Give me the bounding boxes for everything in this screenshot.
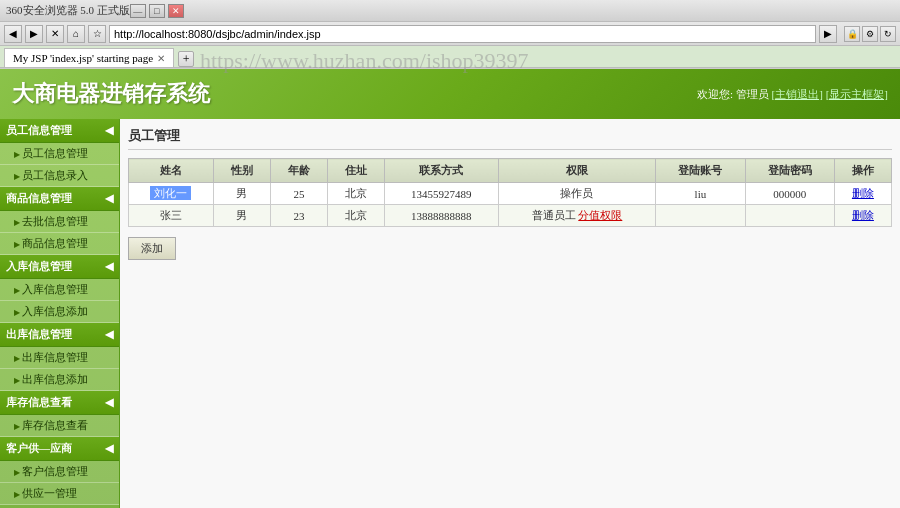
cell-address-1: 北京: [328, 183, 385, 205]
tab-bar: My JSP 'index.jsp' starting page ✕ +: [0, 46, 900, 68]
window-controls: — □ ✕: [130, 4, 184, 18]
sidebar-item-supplier-manage[interactable]: 供应一管理: [0, 483, 119, 505]
staff-table: 姓名 性别 年龄 住址 联系方式 权限 登陆账号 登陆密码 操作 刘化一: [128, 158, 892, 227]
add-staff-button[interactable]: 添加: [128, 237, 176, 260]
sidebar-item-staff-add[interactable]: 员工信息录入: [0, 165, 119, 187]
cell-password-1: 000000: [745, 183, 834, 205]
sidebar-section-warehouse-out: 出库信息管理 ◀ 出库信息管理 出库信息添加: [0, 323, 119, 391]
security-icon: 🔒: [844, 26, 860, 42]
cell-age-1: 25: [270, 183, 327, 205]
cell-account-1: liu: [656, 183, 745, 205]
col-password: 登陆密码: [745, 159, 834, 183]
sidebar-header-staff-label: 员工信息管理: [6, 123, 72, 138]
sidebar-item-inventory-view[interactable]: 库存信息查看: [0, 415, 119, 437]
sidebar-header-client-icon: ◀: [105, 442, 113, 455]
col-role: 权限: [498, 159, 656, 183]
main-layout: 员工信息管理 ◀ 员工信息管理 员工信息录入 商品信息管理 ◀ 去批信息管理 商…: [0, 119, 900, 508]
minimize-button[interactable]: —: [130, 4, 146, 18]
col-action: 操作: [834, 159, 891, 183]
sidebar-header-warehouse-in-icon: ◀: [105, 260, 113, 273]
cell-account-2: [656, 205, 745, 227]
sidebar-header-client-label: 客户供—应商: [6, 441, 72, 456]
delete-link-2[interactable]: 删除: [852, 209, 874, 221]
browser-title: 360安全浏览器 5.0 正式版: [6, 3, 130, 18]
col-gender: 性别: [213, 159, 270, 183]
sidebar-header-staff[interactable]: 员工信息管理 ◀: [0, 119, 119, 143]
sidebar-item-category[interactable]: 去批信息管理: [0, 211, 119, 233]
col-address: 住址: [328, 159, 385, 183]
refresh-button[interactable]: ↻: [880, 26, 896, 42]
cell-action-2[interactable]: 删除: [834, 205, 891, 227]
col-phone: 联系方式: [385, 159, 498, 183]
show-main-link[interactable]: [显示主框架]: [826, 88, 888, 100]
cell-phone-1: 13455927489: [385, 183, 498, 205]
sidebar-header-staff-icon: ◀: [105, 124, 113, 137]
sidebar-header-warehouse-out-icon: ◀: [105, 328, 113, 341]
stop-button[interactable]: ✕: [46, 25, 64, 43]
forward-button[interactable]: ▶: [25, 25, 43, 43]
address-input[interactable]: [109, 25, 816, 43]
sidebar-header-warehouse-in[interactable]: 入库信息管理 ◀: [0, 255, 119, 279]
col-age: 年龄: [270, 159, 327, 183]
sidebar-section-warehouse-in: 入库信息管理 ◀ 入库信息管理 入库信息添加: [0, 255, 119, 323]
sidebar-header-inventory-icon: ◀: [105, 396, 113, 409]
sidebar-item-client-manage[interactable]: 客户信息管理: [0, 461, 119, 483]
sidebar-section-inventory: 库存信息查看 ◀ 库存信息查看: [0, 391, 119, 437]
app-title: 大商电器进销存系统: [12, 79, 210, 109]
sidebar-header-warehouse-out[interactable]: 出库信息管理 ◀: [0, 323, 119, 347]
sidebar-header-inventory-label: 库存信息查看: [6, 395, 72, 410]
delete-link-1[interactable]: 删除: [852, 187, 874, 199]
role-link-2[interactable]: 分值权限: [578, 209, 622, 221]
nav-bar: ◀ ▶ ✕ ⌂ ☆ ▶ 🔒 ⚙ ↻: [0, 22, 900, 46]
sidebar-header-product-icon: ◀: [105, 192, 113, 205]
selected-name-1[interactable]: 刘化一: [150, 186, 191, 200]
sidebar: 员工信息管理 ◀ 员工信息管理 员工信息录入 商品信息管理 ◀ 去批信息管理 商…: [0, 119, 120, 508]
cell-name-2[interactable]: 张三: [129, 205, 214, 227]
cell-name-1[interactable]: 刘化一: [129, 183, 214, 205]
col-account: 登陆账号: [656, 159, 745, 183]
sidebar-item-outbound-manage[interactable]: 出库信息管理: [0, 347, 119, 369]
tab-label: My JSP 'index.jsp' starting page: [13, 52, 153, 64]
back-button[interactable]: ◀: [4, 25, 22, 43]
title-bar: 360安全浏览器 5.0 正式版 — □ ✕: [0, 0, 900, 22]
sidebar-item-product-manage[interactable]: 商品信息管理: [0, 233, 119, 255]
welcome-text: 欢迎您: 管理员: [697, 88, 769, 100]
cell-role-1: 操作员: [498, 183, 656, 205]
sidebar-header-inventory[interactable]: 库存信息查看 ◀: [0, 391, 119, 415]
sidebar-section-product: 商品信息管理 ◀ 去批信息管理 商品信息管理: [0, 187, 119, 255]
sidebar-section-client: 客户供—应商 ◀ 客户信息管理 供应一管理: [0, 437, 119, 505]
sidebar-header-warehouse-out-label: 出库信息管理: [6, 327, 72, 342]
new-tab-button[interactable]: +: [178, 51, 194, 67]
sidebar-header-warehouse-in-label: 入库信息管理: [6, 259, 72, 274]
tools-icon[interactable]: ⚙: [862, 26, 878, 42]
cell-action-1[interactable]: 删除: [834, 183, 891, 205]
cell-age-2: 23: [270, 205, 327, 227]
col-name: 姓名: [129, 159, 214, 183]
sidebar-item-outbound-add[interactable]: 出库信息添加: [0, 369, 119, 391]
app-header-right: 欢迎您: 管理员 [主销退出] [显示主框架]: [697, 87, 888, 102]
sidebar-header-client[interactable]: 客户供—应商 ◀: [0, 437, 119, 461]
sidebar-item-inbound-add[interactable]: 入库信息添加: [0, 301, 119, 323]
app-header: 大商电器进销存系统 欢迎您: 管理员 [主销退出] [显示主框架]: [0, 69, 900, 119]
table-row: 刘化一 男 25 北京 13455927489 操作员 liu 000000 删…: [129, 183, 892, 205]
content-title: 员工管理: [128, 127, 892, 150]
logout-link[interactable]: [主销退出]: [772, 88, 823, 100]
close-button[interactable]: ✕: [168, 4, 184, 18]
sidebar-header-product[interactable]: 商品信息管理 ◀: [0, 187, 119, 211]
table-row: 张三 男 23 北京 13888888888 普通员工 分值权限 删除: [129, 205, 892, 227]
favorites-button[interactable]: ☆: [88, 25, 106, 43]
cell-address-2: 北京: [328, 205, 385, 227]
tab-close-button[interactable]: ✕: [157, 53, 165, 64]
sidebar-item-inbound-manage[interactable]: 入库信息管理: [0, 279, 119, 301]
go-button[interactable]: ▶: [819, 25, 837, 43]
cell-gender-2: 男: [213, 205, 270, 227]
active-tab[interactable]: My JSP 'index.jsp' starting page ✕: [4, 48, 174, 67]
content-area: 员工管理 姓名 性别 年龄 住址 联系方式 权限 登陆账号 登陆密码 操作: [120, 119, 900, 508]
sidebar-header-product-label: 商品信息管理: [6, 191, 72, 206]
maximize-button[interactable]: □: [149, 4, 165, 18]
cell-gender-1: 男: [213, 183, 270, 205]
cell-phone-2: 13888888888: [385, 205, 498, 227]
home-button[interactable]: ⌂: [67, 25, 85, 43]
sidebar-section-staff: 员工信息管理 ◀ 员工信息管理 员工信息录入: [0, 119, 119, 187]
sidebar-item-staff-manage[interactable]: 员工信息管理: [0, 143, 119, 165]
